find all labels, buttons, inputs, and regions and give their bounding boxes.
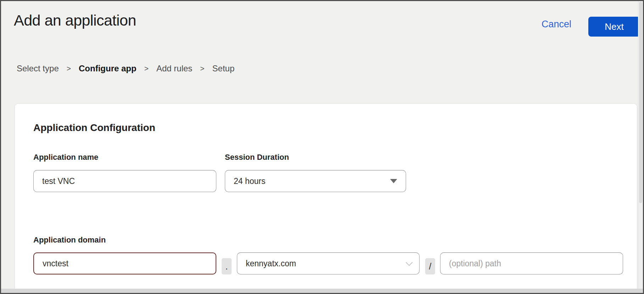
section-title: Application Configuration (33, 122, 155, 134)
breadcrumb-step-setup[interactable]: Setup (212, 64, 235, 74)
application-domain-label: Application domain (33, 235, 106, 245)
application-configuration-card: Application Configuration Application na… (15, 103, 637, 290)
breadcrumb-step-select-type[interactable]: Select type (17, 64, 59, 74)
session-duration-label: Session Duration (225, 153, 289, 162)
session-duration-value: 24 hours (234, 176, 266, 186)
breadcrumb-separator: > (200, 64, 204, 73)
chevron-down-icon (406, 259, 413, 266)
domain-select[interactable]: kennyatx.com (237, 252, 420, 274)
next-button[interactable]: Next (588, 17, 640, 37)
path-input[interactable] (440, 252, 623, 274)
window-bottom-edge (1, 289, 643, 293)
breadcrumb-step-configure-app[interactable]: Configure app (79, 64, 137, 74)
breadcrumb-separator: > (144, 64, 149, 73)
vertical-scrollbar[interactable] (638, 1, 643, 289)
add-application-page: { "page": { "title": "Add an application… (0, 0, 644, 294)
page-title: Add an application (14, 12, 136, 29)
triangle-down-icon (390, 179, 397, 183)
slash-separator: / (425, 258, 435, 274)
scrollbar-thumb[interactable] (639, 2, 642, 203)
application-name-input[interactable] (33, 170, 216, 192)
breadcrumb: Select type > Configure app > Add rules … (17, 64, 234, 74)
application-name-label: Application name (33, 153, 98, 162)
cancel-button[interactable]: Cancel (542, 19, 571, 30)
breadcrumb-step-add-rules[interactable]: Add rules (156, 64, 192, 74)
subdomain-input[interactable] (33, 252, 216, 274)
domain-select-value: kennyatx.com (246, 259, 296, 268)
session-duration-select[interactable]: 24 hours (225, 170, 406, 192)
dot-separator: . (222, 258, 232, 274)
breadcrumb-separator: > (67, 64, 71, 73)
